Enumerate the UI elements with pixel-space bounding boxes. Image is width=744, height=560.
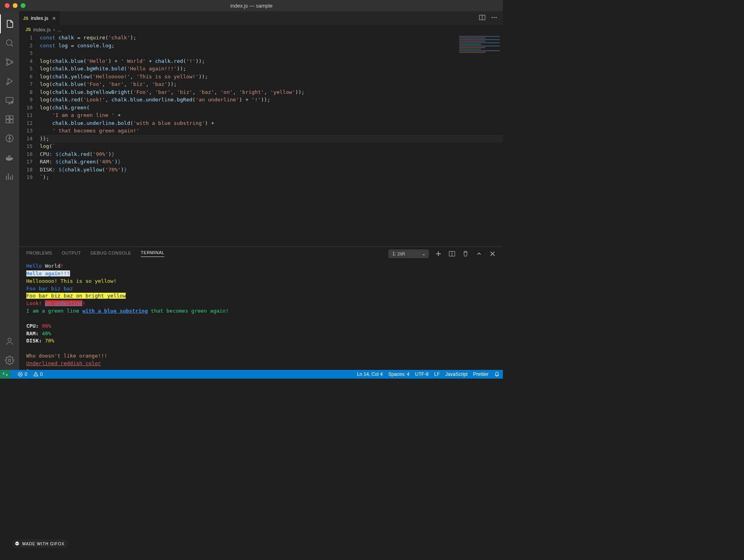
cursor-position[interactable]: Ln 14, Col 4 [357, 371, 383, 377]
language-mode[interactable]: JavaScript [445, 371, 467, 377]
accounts-icon[interactable] [0, 332, 19, 351]
extensions-icon[interactable] [0, 110, 19, 129]
code-editor[interactable]: 12345678910111213141516171819 const chal… [19, 34, 503, 247]
svg-point-1 [6, 59, 8, 61]
window-title: index.js — sample [230, 3, 273, 9]
svg-point-16 [492, 17, 493, 18]
gitlens-icon[interactable] [0, 129, 19, 148]
term-text: I am a green line [26, 308, 82, 314]
remote-explorer-icon[interactable] [0, 91, 19, 110]
terminal-shell-name: 1: zsh [392, 251, 405, 257]
notifications-icon[interactable] [494, 371, 500, 377]
term-text: an underline [45, 300, 82, 306]
term-text: ! [60, 263, 64, 269]
term-text: 40% [42, 331, 51, 336]
search-icon[interactable] [0, 33, 19, 52]
svg-rect-8 [6, 120, 9, 123]
svg-rect-10 [10, 116, 13, 119]
term-text: DISK: [26, 338, 45, 344]
terminal-selector[interactable]: 1: zsh ⌄ [388, 249, 429, 258]
svg-rect-9 [10, 120, 13, 123]
svg-rect-7 [6, 116, 9, 119]
tab-terminal[interactable]: TERMINAL [141, 250, 165, 257]
errors-count[interactable]: 0 [18, 371, 27, 377]
remote-indicator[interactable] [0, 370, 10, 379]
source-control-icon[interactable] [0, 52, 19, 72]
activity-bar [0, 11, 19, 370]
svg-point-17 [494, 17, 495, 18]
kill-terminal-icon[interactable] [462, 251, 469, 257]
bottom-panel: PROBLEMS OUTPUT DEBUG CONSOLE TERMINAL 1… [19, 247, 503, 370]
close-tab-icon[interactable]: × [53, 15, 56, 21]
breadcrumb-file: index.js [33, 27, 51, 33]
js-file-icon: JS [23, 16, 28, 21]
line-numbers: 12345678910111213141516171819 [19, 34, 40, 247]
term-text: 90% [42, 323, 51, 329]
tab-index-js[interactable]: JS index.js × [19, 11, 60, 25]
svg-point-14 [8, 359, 11, 362]
close-panel-icon[interactable] [489, 251, 496, 257]
breadcrumb-separator: › [53, 27, 55, 33]
tab-problems[interactable]: PROBLEMS [26, 251, 52, 257]
svg-point-2 [6, 64, 8, 66]
minimap[interactable] [458, 35, 501, 63]
tab-debug-console[interactable]: DEBUG CONSOLE [90, 251, 131, 257]
titlebar: index.js — sample [0, 0, 503, 11]
maximize-window-button[interactable] [21, 3, 25, 8]
svg-point-12 [9, 138, 10, 139]
svg-point-3 [11, 61, 13, 63]
maximize-panel-icon[interactable] [476, 251, 482, 257]
eol[interactable]: LF [434, 371, 440, 377]
svg-point-13 [8, 338, 11, 341]
term-text: Underlined reddish color [26, 360, 101, 366]
stats-icon[interactable] [0, 167, 19, 186]
new-terminal-icon[interactable] [435, 251, 442, 257]
term-text: that becomes green again! [148, 308, 229, 314]
close-window-button[interactable] [5, 3, 10, 8]
svg-point-0 [6, 40, 12, 45]
term-text: Hellooooo! This is so yellow! [26, 278, 117, 284]
term-text: Look! [26, 300, 45, 306]
status-bar: 0 0 Ln 14, Col 4 Spaces: 4 UTF-8 LF Java… [0, 370, 503, 379]
term-text: 70% [45, 338, 54, 344]
docker-icon[interactable] [0, 148, 19, 167]
term-text: Foo bar biz baz [26, 286, 73, 292]
warnings-count[interactable]: 0 [33, 371, 43, 377]
term-text: World [42, 263, 60, 269]
tab-filename: index.js [31, 15, 48, 21]
js-file-icon: JS [25, 27, 31, 32]
breadcrumb-more: ... [57, 27, 62, 33]
split-editor-icon[interactable] [479, 14, 485, 22]
split-terminal-icon[interactable] [449, 251, 455, 257]
term-text: Who doesn't like orange!!! [26, 353, 107, 359]
chevron-down-icon: ⌄ [422, 251, 426, 257]
term-text: ! [82, 300, 86, 306]
term-text: RAM: [26, 331, 42, 336]
tab-output[interactable]: OUTPUT [62, 251, 81, 257]
encoding[interactable]: UTF-8 [415, 371, 428, 377]
formatter[interactable]: Prettier [473, 371, 489, 377]
settings-gear-icon[interactable] [0, 351, 19, 370]
editor-tabs: JS index.js × [19, 11, 503, 25]
breadcrumb[interactable]: JS index.js › ... [19, 25, 503, 34]
term-text: CPU: [26, 323, 42, 329]
window-controls [0, 3, 25, 8]
explorer-icon[interactable] [0, 14, 19, 33]
terminal-output[interactable]: Hello World! Hello again!!! Hellooooo! T… [19, 260, 503, 370]
term-text: with a blue substring [82, 308, 148, 314]
more-actions-icon[interactable] [491, 14, 497, 22]
term-text: Hello [26, 263, 42, 269]
svg-point-4 [6, 83, 8, 85]
code-content[interactable]: const chalk = require('chalk');const log… [40, 34, 503, 247]
term-text: Hello again!!! [26, 270, 70, 276]
run-debug-icon[interactable] [0, 72, 19, 91]
indentation[interactable]: Spaces: 4 [388, 371, 409, 377]
term-text: Foo bar biz baz on bright yellow [26, 293, 126, 299]
svg-point-18 [496, 17, 497, 18]
minimize-window-button[interactable] [13, 3, 18, 8]
